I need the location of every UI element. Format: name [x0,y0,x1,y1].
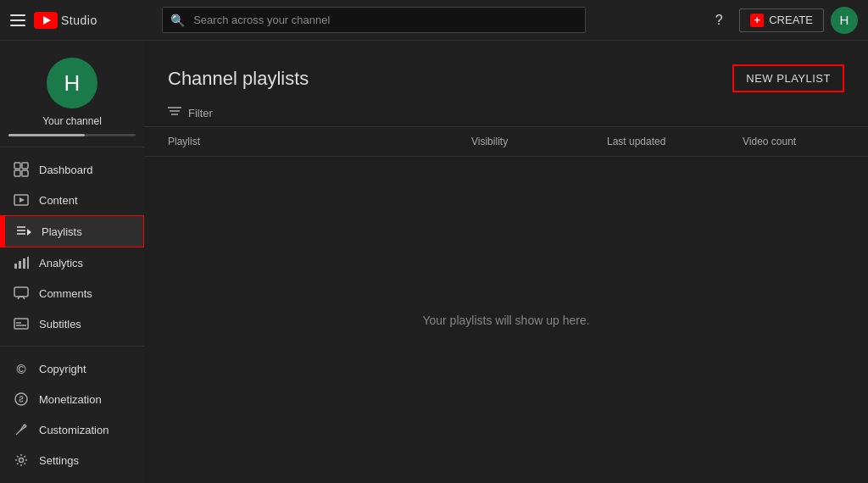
content-icon [14,192,29,208]
svg-rect-15 [27,257,29,269]
help-button[interactable]: ? [705,7,732,34]
svg-point-22 [19,458,24,463]
menu-icon[interactable] [10,14,25,26]
top-nav: Studio 🔍 ? + CREATE H [0,0,868,41]
avatar-letter: H [840,13,849,27]
table-header: Playlist Visibility Last updated Video c… [144,127,868,157]
search-icon: 🔍 [170,14,185,27]
filter-icon [168,106,181,119]
empty-state: Your playlists will show up here. [144,157,868,483]
channel-label: Your channel [42,115,102,127]
content-area: Channel playlists NEW PLAYLIST Filter Pl… [144,41,868,483]
sidebar-item-subtitles[interactable]: Subtitles [0,308,144,339]
column-visibility: Visibility [471,136,607,147]
sidebar-item-analytics[interactable]: Analytics [0,247,144,278]
svg-rect-13 [19,261,21,269]
svg-rect-3 [22,163,28,169]
main-layout: H Your channel Dashboard [0,41,868,483]
channel-progress-bar [8,134,136,136]
svg-rect-12 [14,264,17,269]
sidebar-nav: Dashboard Content [0,147,144,346]
svg-rect-17 [14,319,28,329]
channel-avatar[interactable]: H [47,58,97,108]
sidebar-item-monetization-label: Monetization [39,393,102,406]
sidebar: H Your channel Dashboard [0,41,144,483]
sidebar-item-copyright[interactable]: © Copyright [0,353,144,384]
sidebar-item-customization-label: Customization [39,424,108,436]
subtitles-icon [14,316,29,331]
sidebar-item-subtitles-label: Subtitles [39,318,81,330]
sidebar-item-content-label: Content [39,194,78,207]
customization-icon [14,422,29,437]
svg-rect-16 [14,287,28,297]
svg-point-21 [24,425,26,428]
studio-label: Studio [61,14,97,27]
svg-rect-4 [14,170,20,176]
search-bar: 🔍 [162,7,586,33]
svg-rect-14 [23,258,25,269]
youtube-logo-icon [34,12,58,29]
settings-icon [14,452,29,468]
column-last-updated: Last updated [607,136,743,147]
sidebar-item-dashboard-label: Dashboard [39,164,93,176]
comments-icon [14,286,29,301]
create-label: CREATE [769,14,813,26]
filter-label: Filter [188,107,213,119]
svg-rect-5 [22,170,28,176]
sidebar-item-send-feedback[interactable]: Send feedback [0,475,144,483]
sidebar-item-playlists[interactable]: Playlists [0,215,144,247]
empty-message: Your playlists will show up here. [422,314,589,327]
svg-marker-11 [27,229,31,236]
copyright-icon: © [14,361,29,376]
sidebar-item-analytics-label: Analytics [39,257,83,269]
create-button[interactable]: + CREATE [739,8,824,32]
analytics-icon [14,255,29,270]
sidebar-item-monetization[interactable]: Monetization [0,384,144,414]
sidebar-item-playlists-label: Playlists [42,225,82,238]
svg-rect-2 [14,163,20,169]
monetization-icon [14,391,29,407]
sidebar-item-comments[interactable]: Comments [0,278,144,308]
filter-bar: Filter [144,106,868,127]
sidebar-item-comments-label: Comments [39,287,92,300]
channel-progress-fill [8,134,85,136]
sidebar-item-content[interactable]: Content [0,185,144,215]
column-video-count: Video count [743,136,844,147]
sidebar-bottom: © Copyright Monetization [0,346,144,483]
create-plus-icon: + [750,14,764,27]
channel-section: H Your channel [0,41,144,147]
playlists-icon [16,224,31,239]
sidebar-item-settings[interactable]: Settings [0,445,144,475]
page-header: Channel playlists NEW PLAYLIST [144,41,868,106]
page-title: Channel playlists [168,68,309,90]
nav-right: ? + CREATE H [705,7,858,34]
dashboard-icon [14,162,29,177]
sidebar-item-dashboard[interactable]: Dashboard [0,154,144,185]
sidebar-item-customization[interactable]: Customization [0,414,144,445]
search-input[interactable] [162,7,586,33]
svg-marker-7 [19,197,25,203]
sidebar-item-settings-label: Settings [39,454,79,467]
new-playlist-button[interactable]: NEW PLAYLIST [732,64,844,92]
column-playlist: Playlist [168,136,471,147]
nav-left: Studio [10,12,97,29]
sidebar-item-copyright-label: Copyright [39,363,86,375]
logo-area: Studio [34,12,97,29]
account-avatar-button[interactable]: H [831,7,858,34]
